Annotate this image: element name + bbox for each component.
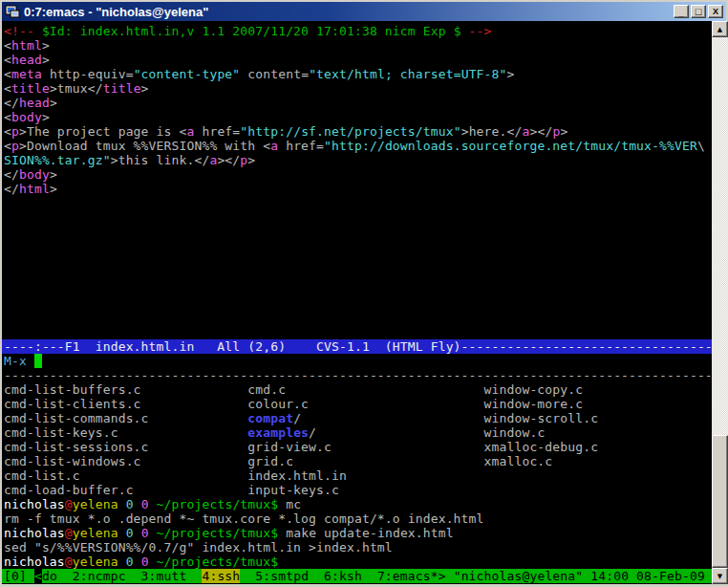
text-segment: yelena: [73, 497, 118, 511]
text-segment: [149, 554, 157, 569]
terminal-row: [4, 239, 712, 253]
terminal-screen[interactable]: <!-- $Id: index.html.in,v 1.1 2007/11/20…: [2, 21, 712, 584]
terminal-row: cmd-list-keys.c examples/ window.c: [4, 425, 712, 440]
terminal-row: </html>: [4, 182, 712, 196]
terminal-row: cmd-list-windows.c grid.c xmalloc.c: [4, 454, 712, 468]
text-segment: 5:smtpd 6:ksh 7:emacs*> "nicholas@yelena…: [240, 569, 705, 583]
text-segment: head: [19, 96, 50, 110]
text-segment: >: [42, 53, 50, 67]
text-segment: href=: [194, 124, 240, 139]
maximize-button[interactable]: □: [691, 5, 706, 18]
text-segment: title: [11, 81, 50, 96]
text-segment: 0: [126, 497, 134, 511]
terminal-row: [4, 196, 712, 210]
text-segment: meta: [11, 67, 42, 81]
text-segment: nicholas: [4, 554, 65, 569]
text-segment: </: [4, 167, 19, 182]
text-segment: SION%%.tar.gz": [4, 153, 111, 167]
putty-icon[interactable]: [5, 4, 20, 19]
text-segment: [134, 497, 141, 511]
terminal-row: cmd-list-commands.c compat/ window-scrol…: [4, 411, 712, 425]
text-segment: \: [697, 139, 705, 153]
text-segment: [118, 497, 126, 511]
text-segment: >: [42, 110, 50, 124]
terminal-row: rm -f tmux *.o .depend *~ tmux.core *.lo…: [4, 511, 712, 526]
text-segment: ~/projects/tmux$: [157, 526, 279, 540]
text-segment: "content-type": [134, 67, 241, 81]
text-segment: make update-index.html: [278, 526, 453, 540]
maximize-icon: □: [696, 7, 702, 17]
text-segment: <: [34, 569, 42, 583]
text-segment: <: [4, 110, 11, 124]
text-segment: >: [507, 67, 515, 81]
text-segment: p: [11, 139, 19, 153]
shell-prompt-row: nicholas@yelena 0 0 ~/projects/tmux$ mc: [4, 497, 712, 511]
text-segment: [118, 554, 126, 569]
text-segment: body: [11, 110, 42, 124]
title-bar[interactable]: 0:7:emacs - "nicholas@yelena" _ □ X: [2, 2, 726, 21]
text-segment: body: [19, 167, 50, 182]
text-segment: head: [11, 53, 42, 67]
scroll-up-button[interactable]: ▲: [712, 21, 728, 37]
terminal-row: [4, 282, 712, 296]
text-segment: [34, 354, 42, 368]
text-segment: ~/projects/tmux$: [157, 554, 279, 569]
arrow-up-icon: ▲: [717, 26, 722, 33]
terminal-row: <head>: [4, 53, 712, 67]
terminal-row: <title>tmux</title>: [4, 81, 712, 96]
text-segment: </: [4, 96, 19, 110]
text-segment: <: [4, 124, 11, 139]
text-segment: ----:---F1 index.html.in All (2,6) CVS-1…: [4, 339, 712, 354]
scroll-down-button[interactable]: ▼: [712, 568, 728, 584]
text-segment: / window.c: [309, 425, 545, 440]
text-segment: >this link.</: [111, 153, 210, 167]
text-segment: 0: [141, 497, 149, 511]
text-segment: cmd-list-clients.c colour.c window-more.…: [4, 397, 583, 411]
text-segment: "http://sf.net/projects/tmux": [240, 124, 460, 139]
text-segment: html: [11, 38, 42, 53]
text-segment: cmd-list-windows.c grid.c xmalloc.c: [4, 454, 552, 468]
terminal-row: cmd-load-buffer.c input-keys.c: [4, 483, 712, 497]
text-segment: p: [11, 124, 19, 139]
text-segment: ></: [529, 124, 552, 139]
scrollbar[interactable]: ▲ ▼: [712, 21, 728, 584]
text-segment: cmd-list-buffers.c cmd.c window-copy.c: [4, 382, 583, 397]
text-segment: [134, 554, 141, 569]
text-segment: >: [50, 96, 57, 110]
text-segment: html: [19, 182, 50, 196]
terminal-row: [4, 268, 712, 282]
shell-prompt-row: nicholas@yelena 0 0 ~/projects/tmux$: [4, 554, 712, 569]
text-segment: cmd-list-keys.c: [4, 425, 247, 440]
text-segment: >: [141, 81, 149, 96]
text-segment: >: [560, 124, 567, 139]
text-segment: a: [270, 139, 278, 153]
text-segment: "http://downloads.sourceforge.net/tmux/t…: [324, 139, 697, 153]
text-segment: >tmux</: [50, 81, 103, 96]
text-segment: 0: [141, 526, 149, 540]
terminal-row: sed "s/%%VERSION%%/0.7/g" index.html.in …: [4, 540, 712, 554]
text-segment: <: [4, 38, 11, 53]
text-segment: <: [4, 81, 11, 96]
close-button[interactable]: X: [708, 5, 723, 18]
text-segment: title: [103, 81, 141, 96]
text-segment: nicholas: [4, 526, 65, 540]
scrollbar-thumb[interactable]: [712, 435, 728, 568]
text-segment: </: [4, 182, 19, 196]
text-segment: 4:ssh: [202, 569, 240, 583]
text-segment: rm -f tmux *.o .depend *~ tmux.core *.lo…: [4, 511, 484, 526]
text-segment: <: [4, 67, 11, 81]
minimize-button[interactable]: _: [674, 5, 689, 18]
text-segment: 0: [126, 526, 134, 540]
putty-window: 0:7:emacs - "nicholas@yelena" _ □ X <!--…: [0, 0, 728, 587]
text-segment: >The project page is <: [19, 124, 187, 139]
text-segment: "text/html; charset=UTF-8": [309, 67, 506, 81]
window-controls: _ □ X: [672, 5, 723, 18]
terminal-row: </body>: [4, 167, 712, 182]
text-segment: http-equiv=: [42, 67, 134, 81]
terminal-row: SION%%.tar.gz">this link.</a></p>: [4, 153, 712, 167]
text-segment: compat: [247, 411, 293, 425]
close-icon: X: [713, 8, 718, 16]
terminal-row: [4, 296, 712, 311]
pane-separator: ----------------------------------------…: [4, 368, 712, 382]
text-segment: ></: [217, 153, 240, 167]
